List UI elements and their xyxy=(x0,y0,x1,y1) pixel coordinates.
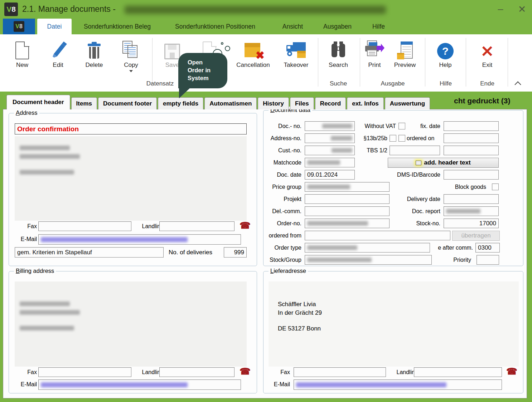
delivery-date-label: Delivery date xyxy=(400,194,440,204)
dropdown-caret-icon[interactable] xyxy=(129,70,133,72)
app-logo-icon: V8 xyxy=(4,3,18,16)
edit-button[interactable]: Edit xyxy=(40,38,76,69)
delivery-fax-input[interactable] xyxy=(294,367,386,377)
tab-record[interactable]: Record xyxy=(315,97,346,109)
billing-email-input[interactable] xyxy=(38,379,241,390)
redacted-text xyxy=(20,146,70,150)
redacted-text xyxy=(322,124,352,128)
exit-button[interactable]: ✕ Exit xyxy=(469,38,505,69)
tab-files[interactable]: Files xyxy=(290,97,314,109)
batch-criteria-field[interactable]: gem. Kriterien im Stapellauf xyxy=(15,247,164,258)
redacted-email xyxy=(296,382,446,387)
cust-no-input[interactable] xyxy=(305,146,355,155)
ribbon-tab-sonderfunktionen-positionen[interactable]: Sonderfunktionen Positionen xyxy=(163,19,267,34)
priority-input[interactable] xyxy=(477,255,499,265)
tab-document-header[interactable]: Document header xyxy=(6,95,70,109)
ribbon-tab-ausgaben[interactable]: Ausgaben xyxy=(317,19,358,34)
tab-ext-infos[interactable]: ext. Infos xyxy=(347,97,384,109)
preview-button[interactable]: Preview xyxy=(387,38,423,69)
email-input[interactable] xyxy=(38,234,241,245)
redacted-text xyxy=(307,221,368,226)
redacted-text xyxy=(20,310,80,315)
search-button[interactable]: Search xyxy=(320,38,356,69)
document-type-field[interactable]: Order confirmation xyxy=(15,123,247,134)
fax-input[interactable] xyxy=(38,221,131,231)
header-text-icon xyxy=(416,161,421,165)
minimize-button[interactable]: – xyxy=(493,4,508,15)
add-header-text-button[interactable]: add. header text xyxy=(388,158,499,168)
tab-automatismen[interactable]: Automatismen xyxy=(204,97,257,109)
dms-id-input[interactable] xyxy=(444,170,499,180)
billing-landline-input[interactable] xyxy=(159,367,234,377)
ribbon-tab-datei[interactable]: Datei xyxy=(37,19,72,34)
delivery-email-input[interactable] xyxy=(294,379,502,390)
billing-fax-input[interactable] xyxy=(38,367,131,377)
delivery-date-input[interactable] xyxy=(444,194,499,204)
help-button[interactable]: ? Help xyxy=(427,38,463,69)
thought-bubble-circle xyxy=(221,42,223,45)
p25b-checkbox[interactable] xyxy=(398,135,405,142)
close-button[interactable]: ✕ xyxy=(515,4,529,15)
ordered-from-label: ordered from xyxy=(263,231,301,240)
order-no-input[interactable] xyxy=(305,219,390,228)
doc-date-input[interactable]: 09.01.2024 xyxy=(305,170,355,180)
phone-icon[interactable]: ☎ xyxy=(240,367,251,376)
address-no-input[interactable] xyxy=(305,133,355,143)
tbs1-input[interactable] xyxy=(390,146,440,155)
tbs2-input[interactable] xyxy=(444,146,499,155)
p13b-checkbox[interactable] xyxy=(390,135,396,142)
stock-no-label: Stock-no. xyxy=(400,219,440,228)
ordered-from-input[interactable] xyxy=(305,231,450,240)
order-type-input[interactable] xyxy=(305,243,430,253)
doc-report-label: Doc. report xyxy=(400,206,440,216)
matchcode-label: Matchcode xyxy=(263,158,301,167)
landline-input[interactable] xyxy=(159,221,234,231)
phone-icon[interactable]: ☎ xyxy=(240,221,251,230)
toolbar-separator xyxy=(152,38,153,87)
deliveries-input[interactable]: 999 xyxy=(224,247,247,258)
projekt-input[interactable] xyxy=(305,194,390,204)
without-vat-checkbox[interactable] xyxy=(398,123,405,129)
after-comm-input[interactable]: 0300 xyxy=(475,243,500,253)
copy-button[interactable]: Copy xyxy=(113,38,149,72)
delivery-landline-input[interactable] xyxy=(414,367,502,377)
cancellation-button[interactable]: ✖ Cancellation xyxy=(233,38,273,69)
tab-items[interactable]: Items xyxy=(71,97,97,109)
tab-empty-fields[interactable]: empty fields xyxy=(158,97,203,109)
new-button[interactable]: New xyxy=(4,38,40,69)
document-tab-strip: Document header Items Document footer em… xyxy=(6,95,431,109)
billing-display-area xyxy=(15,281,247,367)
stock-group-input[interactable] xyxy=(305,255,432,265)
matchcode-input[interactable] xyxy=(305,158,355,167)
ribbon-file-button[interactable]: V8 xyxy=(3,19,35,34)
dms-id-label: DMS-ID/Barcode xyxy=(391,170,440,180)
price-group-input[interactable] xyxy=(305,182,390,192)
email-label: E-Mail xyxy=(268,379,290,389)
ribbon-tab-sonderfunktionen-beleg[interactable]: Sonderfunktionen Beleg xyxy=(75,19,159,34)
redacted-text xyxy=(446,209,480,214)
doc-report-input[interactable] xyxy=(444,206,499,216)
ordered-on-label: ordered on xyxy=(407,133,441,143)
collapse-ribbon-chevron[interactable] xyxy=(514,81,521,88)
p13b-label: §13b/25b xyxy=(357,133,387,143)
takeover-button[interactable]: Takeover xyxy=(278,38,314,69)
app-logo-icon-small: V8 xyxy=(14,21,24,32)
ribbon-tab-hilfe[interactable]: Hilfe xyxy=(363,19,394,34)
ribbon-tab-ansicht[interactable]: Ansicht xyxy=(274,19,311,34)
delete-button[interactable]: Delete xyxy=(76,38,112,69)
fix-date-input[interactable] xyxy=(444,121,499,131)
redacted-text xyxy=(307,160,340,165)
doc-no-input[interactable] xyxy=(305,121,355,131)
block-goods-checkbox[interactable] xyxy=(492,183,499,190)
thought-bubble-dot xyxy=(219,59,222,62)
tab-history[interactable]: History xyxy=(258,97,289,109)
delivery-display-area: Schäffler Livia In der Grächt 29 DE 5312… xyxy=(269,281,519,367)
after-comm-label: e after comm. xyxy=(432,243,473,253)
stock-no-input[interactable]: 17000 xyxy=(444,219,499,228)
billing-address-legend: Billing address xyxy=(14,268,56,274)
phone-icon[interactable]: ☎ xyxy=(506,367,517,376)
del-comm-input[interactable] xyxy=(305,206,390,216)
tab-document-footer[interactable]: Document footer xyxy=(98,97,157,109)
tab-auswertung[interactable]: Auswertung xyxy=(385,97,430,109)
ordered-on-input[interactable] xyxy=(444,133,499,143)
